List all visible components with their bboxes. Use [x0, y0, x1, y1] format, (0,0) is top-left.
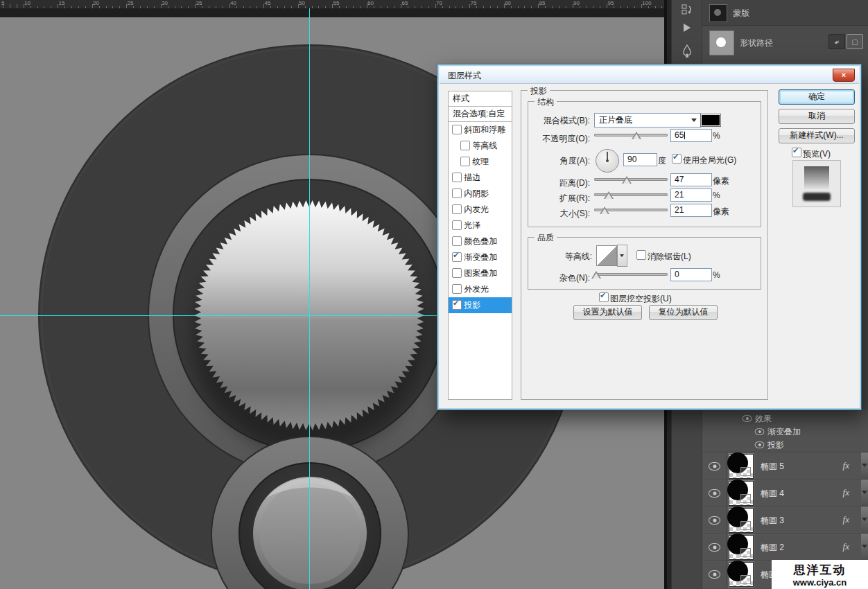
style-item-stroke[interactable]: 描边 — [449, 170, 512, 186]
checkbox[interactable] — [452, 204, 462, 214]
checkbox[interactable] — [452, 188, 462, 198]
global-light-label: 使用全局光(G) — [683, 155, 736, 166]
chevron-down-icon[interactable] — [862, 464, 867, 467]
eye-icon[interactable] — [709, 516, 720, 525]
checkbox[interactable] — [452, 125, 462, 134]
fx-badge: fx — [843, 514, 849, 525]
style-item-satin[interactable]: 光泽 — [449, 218, 512, 234]
layer-row[interactable]: 椭圆 4 fx — [702, 479, 868, 507]
shadow-color-swatch[interactable] — [700, 114, 721, 127]
knockout-checkbox[interactable] — [599, 292, 609, 302]
global-light-checkbox[interactable] — [672, 154, 682, 164]
layer-thumbnail[interactable] — [729, 562, 754, 587]
new-style-button[interactable]: 新建样式(W)... — [779, 128, 855, 143]
layer-name[interactable]: 椭圆 3 — [761, 515, 784, 527]
shape-path-thumbnail[interactable] — [709, 30, 734, 55]
distance-slider[interactable] — [594, 175, 668, 184]
chevron-down-icon[interactable] — [862, 545, 867, 548]
brush-panel-icon[interactable] — [677, 43, 697, 60]
eye-icon[interactable] — [743, 415, 752, 422]
noise-input[interactable]: 0 — [670, 268, 712, 281]
effects-row[interactable]: 效果 — [702, 412, 868, 425]
style-item-inner-shadow[interactable]: 内阴影 — [449, 186, 512, 202]
effect-item-row[interactable]: 渐变叠加 — [702, 425, 868, 438]
dialog-title: 图层样式 — [448, 70, 481, 82]
layer-thumbnail[interactable] — [729, 481, 754, 506]
contour-dropdown-icon[interactable] — [617, 245, 627, 267]
layer-thumbnail[interactable] — [729, 508, 754, 533]
set-default-button[interactable]: 设置为默认值 — [573, 305, 642, 320]
spread-slider[interactable] — [594, 190, 668, 200]
checkbox[interactable] — [452, 220, 462, 230]
style-item-outer-glow[interactable]: 外发光 — [449, 281, 512, 297]
clone-source-panel-icon[interactable] — [677, 1, 697, 18]
checkbox[interactable] — [452, 173, 462, 182]
checkbox[interactable] — [452, 236, 462, 246]
ruler-label: 100 — [642, 0, 651, 7]
vector-mask-icon[interactable]: ▢ — [847, 34, 863, 49]
style-item-color-overlay[interactable]: 颜色叠加 — [449, 234, 512, 249]
size-input[interactable]: 21 — [670, 204, 712, 217]
checkbox[interactable] — [452, 268, 462, 278]
add-mask-icon[interactable]: ◕+ — [828, 34, 845, 49]
ruler-label: 90 — [573, 0, 580, 7]
blending-options-item[interactable]: 混合选项:自定 — [449, 107, 512, 122]
style-item-drop-shadow[interactable]: 投影 — [449, 297, 512, 313]
reset-default-button[interactable]: 复位为默认值 — [649, 305, 718, 320]
antialias-checkbox[interactable] — [636, 250, 646, 260]
eye-icon[interactable] — [709, 462, 720, 471]
actions-panel-icon[interactable] — [677, 19, 697, 36]
opacity-slider[interactable] — [594, 130, 668, 140]
distance-unit: 像素 — [713, 175, 729, 187]
layer-thumbnail[interactable] — [729, 535, 754, 560]
ruler-label: 30 — [162, 0, 168, 7]
vertical-guide[interactable] — [309, 8, 310, 589]
layer-row[interactable]: 椭圆 2 fx — [702, 533, 868, 561]
layer-row[interactable]: 椭圆 5 fx — [702, 452, 868, 480]
close-icon[interactable]: × — [833, 69, 855, 82]
chevron-down-icon[interactable] — [862, 518, 867, 521]
distance-input[interactable]: 47 — [670, 173, 712, 186]
style-item-inner-glow[interactable]: 内发光 — [449, 202, 512, 218]
opacity-input[interactable]: 65 — [670, 129, 712, 142]
preview-checkbox[interactable] — [792, 148, 801, 157]
dialog-titlebar[interactable]: 图层样式 × — [440, 67, 859, 84]
style-item-texture[interactable]: 纹理 — [449, 154, 512, 170]
style-item-gradient-overlay[interactable]: 渐变叠加 — [449, 249, 512, 265]
layer-name[interactable]: 椭圆 2 — [761, 542, 784, 554]
style-item-bevel[interactable]: 斜面和浮雕 — [449, 122, 512, 138]
layer-name[interactable]: 椭圆 5 — [761, 461, 784, 473]
checkbox[interactable] — [460, 141, 470, 150]
spread-label: 扩展(R): — [521, 193, 590, 204]
style-item-contour[interactable]: 等高线 — [449, 138, 512, 154]
layer-thumbnail[interactable] — [729, 454, 754, 479]
masks-panel-header[interactable]: 蒙版 — [702, 0, 868, 26]
eye-icon[interactable] — [755, 428, 765, 435]
cancel-button[interactable]: 取消 — [779, 109, 855, 124]
ok-button[interactable]: 确定 — [779, 89, 855, 105]
chevron-down-icon[interactable] — [862, 491, 867, 494]
contour-thumbnail[interactable] — [596, 245, 617, 266]
angle-input[interactable]: 90 — [623, 153, 657, 166]
blend-mode-dropdown[interactable]: 正片叠底 — [594, 113, 701, 128]
eye-icon[interactable] — [709, 570, 720, 579]
eye-icon[interactable] — [755, 441, 765, 448]
layer-name[interactable]: 椭圆 4 — [761, 488, 784, 500]
size-label: 大小(S): — [521, 208, 590, 220]
style-item-pattern-overlay[interactable]: 图案叠加 — [449, 265, 512, 281]
spread-input[interactable]: 21 — [670, 188, 712, 202]
noise-slider[interactable] — [594, 270, 668, 279]
layer-row[interactable]: 椭圆 3 fx — [702, 506, 868, 534]
effect-item-row[interactable]: 投影 — [702, 438, 868, 451]
size-slider[interactable] — [594, 205, 668, 215]
antialias-label: 消除锯齿(L) — [648, 251, 691, 263]
styles-list-header[interactable]: 样式 — [449, 91, 512, 107]
eye-icon[interactable] — [709, 489, 720, 498]
checkbox[interactable] — [460, 157, 470, 166]
checkbox[interactable] — [452, 252, 462, 262]
checkbox[interactable] — [452, 300, 462, 310]
checkbox[interactable] — [452, 284, 462, 294]
angle-dial[interactable] — [596, 149, 619, 173]
eye-icon[interactable] — [709, 543, 720, 552]
shape-path-row[interactable]: 形状路径 ◕+ ▢ — [702, 26, 868, 60]
